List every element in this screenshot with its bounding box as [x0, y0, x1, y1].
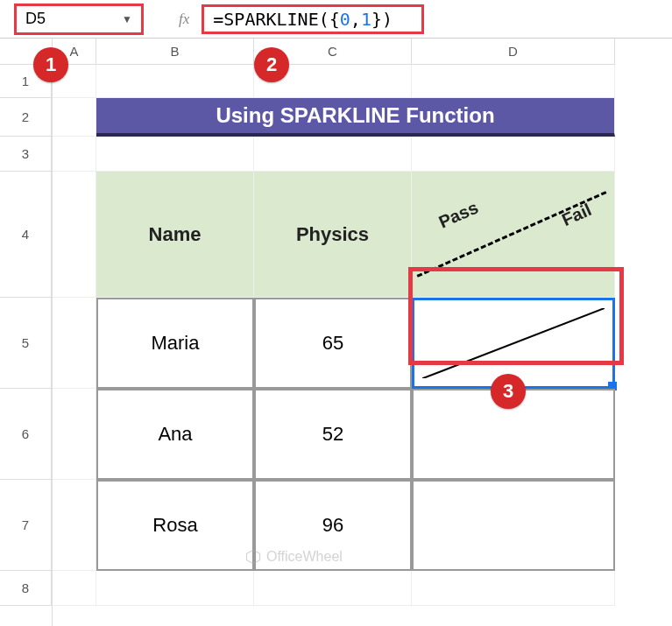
cell-b8[interactable] — [96, 571, 254, 606]
callout-1-label: 1 — [46, 53, 56, 76]
row-header-4[interactable]: 4 — [0, 172, 52, 298]
formula-comma: , — [350, 9, 361, 30]
column-headers: A B C D — [0, 39, 672, 65]
row-headers: 1 2 3 4 5 6 7 8 — [0, 65, 53, 626]
cell-c5-value: 65 — [322, 332, 343, 355]
formula-input[interactable]: =SPARKLINE({0,1}) — [202, 4, 424, 34]
cell-b7[interactable]: Rosa — [96, 480, 254, 571]
watermark: OfficeWheel — [245, 549, 343, 565]
watermark-logo-icon — [245, 549, 261, 565]
pass-fail-split: Pass Fail — [412, 172, 614, 297]
diagonal-line-icon — [417, 191, 607, 278]
header-physics-label: Physics — [296, 223, 369, 246]
cell-b6[interactable]: Ana — [96, 389, 254, 480]
grid[interactable]: Using SPARKLINE Function Name Physics Pa… — [53, 65, 672, 626]
cell-b3[interactable] — [96, 137, 254, 172]
cell-a5[interactable] — [53, 298, 96, 389]
cell-a7[interactable] — [53, 480, 96, 571]
header-name-label: Name — [149, 223, 202, 246]
formula-number-1: 0 — [340, 9, 350, 30]
row-header-2[interactable]: 2 — [0, 98, 52, 137]
callout-1: 1 — [33, 47, 68, 82]
name-box[interactable]: D5 ▼ — [14, 4, 144, 35]
row-header-6[interactable]: 6 — [0, 389, 52, 480]
sheet-area: 1 2 3 4 5 6 7 8 Using SPARKLINE Function — [0, 65, 672, 626]
cell-b5[interactable]: Maria — [96, 298, 254, 389]
chevron-down-icon[interactable]: ▼ — [122, 13, 132, 25]
cell-d1[interactable] — [412, 65, 615, 98]
pass-label: Pass — [435, 197, 481, 232]
cell-a8[interactable] — [53, 571, 96, 606]
formula-number-2: 1 — [361, 9, 371, 30]
sparkline-chart — [422, 308, 605, 378]
watermark-text: OfficeWheel — [266, 549, 343, 565]
name-box-value: D5 — [25, 10, 46, 28]
cell-c5[interactable]: 65 — [254, 298, 412, 389]
col-header-d[interactable]: D — [412, 39, 615, 65]
cell-d3[interactable] — [412, 137, 615, 172]
cell-b1[interactable] — [96, 65, 254, 98]
row-header-8[interactable]: 8 — [0, 571, 52, 606]
cell-a6[interactable] — [53, 389, 96, 480]
formula-text-prefix: =SPARKLINE({ — [213, 9, 340, 30]
cell-d8[interactable] — [412, 571, 615, 606]
row-header-3[interactable]: 3 — [0, 137, 52, 172]
cell-c3[interactable] — [254, 137, 412, 172]
col-header-b[interactable]: B — [96, 39, 254, 65]
header-physics[interactable]: Physics — [254, 172, 412, 298]
formula-bar: D5 ▼ fx =SPARKLINE({0,1}) — [0, 0, 672, 39]
callout-2: 2 — [254, 47, 289, 82]
svg-line-0 — [422, 308, 605, 378]
header-pass-fail[interactable]: Pass Fail — [412, 172, 615, 298]
cell-a2[interactable] — [53, 98, 96, 137]
title-cell[interactable]: Using SPARKLINE Function — [96, 98, 615, 137]
cell-b6-value: Ana — [158, 423, 192, 446]
title-text: Using SPARKLINE Function — [216, 103, 494, 128]
callout-3: 3 — [491, 374, 526, 409]
fx-icon: fx — [179, 11, 189, 28]
header-name[interactable]: Name — [96, 172, 254, 298]
cell-d7[interactable] — [412, 480, 615, 571]
callout-2-label: 2 — [266, 53, 277, 76]
cell-c7-value: 96 — [322, 514, 343, 537]
row-header-7[interactable]: 7 — [0, 480, 52, 571]
cell-b5-value: Maria — [151, 332, 199, 355]
cell-c6-value: 52 — [322, 423, 343, 446]
formula-text-suffix: }) — [371, 9, 393, 30]
callout-3-label: 3 — [503, 380, 513, 403]
cell-c6[interactable]: 52 — [254, 389, 412, 480]
cell-b7-value: Rosa — [152, 514, 197, 537]
row-header-5[interactable]: 5 — [0, 298, 52, 389]
cell-a4[interactable] — [53, 172, 96, 298]
cell-c8[interactable] — [254, 571, 412, 606]
svg-marker-1 — [247, 551, 260, 564]
cell-a3[interactable] — [53, 137, 96, 172]
